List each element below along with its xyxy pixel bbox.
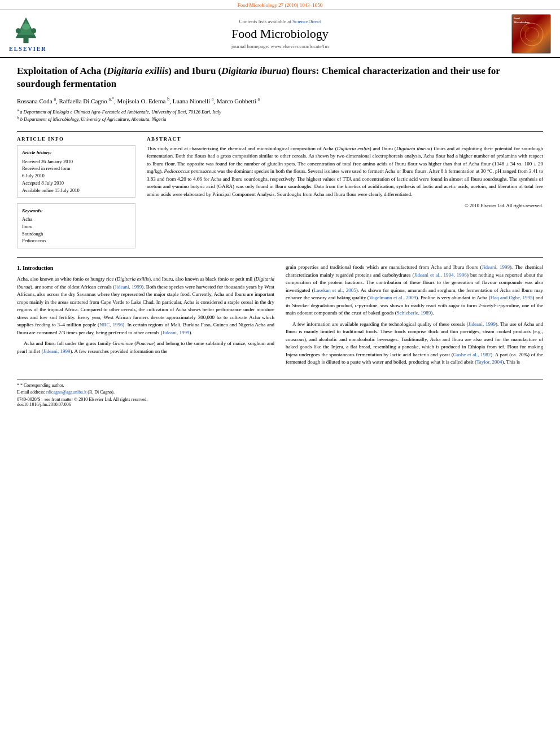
article-info-column: ARTICLE INFO Article history: Received 2…	[17, 136, 135, 248]
main-content: Exploitation of Acha (Digitaria exiliis)…	[0, 58, 560, 418]
journal-header-center: Contents lists available at ScienceDirec…	[60, 19, 500, 49]
article-info-heading: ARTICLE INFO	[17, 136, 135, 142]
journal-header: ELSEVIER Contents lists available at Sci…	[0, 10, 560, 58]
journal-cover-container: FoodMicrobiology	[500, 14, 551, 54]
elsevier-logo: ELSEVIER	[9, 16, 60, 52]
elsevier-logo-container: ELSEVIER	[9, 16, 60, 52]
svg-point-5	[22, 23, 30, 29]
divider-1	[17, 131, 543, 132]
divider-2	[17, 257, 543, 258]
abstract-heading: ABSTRACT	[147, 136, 543, 142]
svg-point-3	[16, 28, 21, 33]
body-right-para-2: A few information are available regardin…	[286, 321, 543, 366]
svg-point-8	[523, 25, 530, 32]
authors: Rossana Coda a, Raffaella Di Cagno a,*, …	[17, 97, 543, 104]
corresponding-author-note: * * Corresponding author.	[17, 383, 543, 388]
intro-para-1: Acha, also known as white fonio or hungr…	[17, 276, 274, 337]
affiliations: a a Department of Biologia e Chimica Agr…	[17, 108, 543, 123]
elsevier-tree-icon	[9, 16, 43, 45]
intro-para-2: Acha and Iburu fall under the grass fami…	[17, 340, 274, 355]
issn-line: 0740-0020/$ – see front matter © 2010 El…	[17, 397, 543, 407]
sciencedirect-anchor[interactable]: ScienceDirect	[292, 19, 321, 24]
svg-point-9	[535, 37, 540, 43]
body-right-column: grain properties and traditional foods w…	[286, 264, 543, 370]
body-right-para-1: grain properties and traditional foods w…	[286, 264, 543, 317]
page-footer: * * Corresponding author. E-mail address…	[17, 379, 543, 407]
intro-title: 1. Introduction	[17, 264, 274, 272]
elsevier-wordmark: ELSEVIER	[9, 46, 47, 52]
journal-citation: Food Microbiology 27 (2010) 1043–1050	[0, 0, 560, 10]
body-left-column: 1. Introduction Acha, also known as whit…	[17, 264, 274, 370]
article-title: Exploitation of Acha (Digitaria exiliis)…	[17, 65, 543, 91]
svg-point-10	[538, 24, 542, 28]
journal-homepage: journal homepage: www.elsevier.com/locat…	[60, 43, 500, 49]
article-history-box: Article history: Received 26 January 201…	[17, 145, 135, 198]
article-info-abstract-row: ARTICLE INFO Article history: Received 2…	[17, 136, 543, 248]
journal-title: Food Microbiology	[60, 27, 500, 41]
copyright: © 2010 Elsevier Ltd. All rights reserved…	[147, 203, 543, 208]
journal-cover-image: FoodMicrobiology	[511, 14, 551, 54]
abstract-column: ABSTRACT This study aimed at characteriz…	[147, 136, 543, 248]
svg-point-4	[31, 28, 36, 33]
abstract-text: This study aimed at characterizing the c…	[147, 145, 543, 199]
email-link[interactable]: rdicagno@agr.uniba.it	[46, 390, 86, 395]
sciencedirect-link: Contents lists available at ScienceDirec…	[60, 19, 500, 24]
keywords-box: Keywords: Acha Iburu Sourdough Pediococc…	[17, 203, 135, 248]
email-note: E-mail address: rdicagno@agr.uniba.it (R…	[17, 390, 543, 395]
body-content: 1. Introduction Acha, also known as whit…	[17, 264, 543, 370]
